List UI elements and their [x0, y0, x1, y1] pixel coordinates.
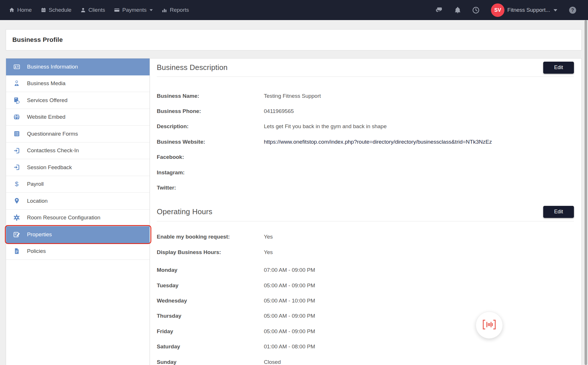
page-title-card: Business Profile: [6, 29, 582, 50]
sidebar-item-room-resource-configuration[interactable]: Room Resource Configuration: [6, 210, 150, 227]
nav-item-schedule[interactable]: Schedule: [41, 7, 71, 13]
dollar-icon: $: [12, 180, 21, 188]
edit-business-description-button[interactable]: Edit: [543, 62, 574, 74]
barcode-scan-icon: [482, 319, 496, 331]
sidebar-item-label: Properties: [27, 231, 52, 238]
day-hours: 01:00 AM - 08:00 PM: [264, 343, 315, 350]
sidebar-item-label: Room Resource Configuration: [27, 214, 100, 221]
nav-item-label: Payments: [122, 7, 146, 13]
day-row: Thursday05:00 AM - 09:00 PM: [157, 309, 574, 324]
day-label: Friday: [157, 328, 264, 335]
sidebar-item-business-information[interactable]: Business Information: [6, 58, 150, 75]
list-form-icon: [12, 130, 21, 137]
field-row: Business Website:https://www.onefitstop.…: [157, 134, 574, 149]
profile-sidebar: Business Information Business Media Serv…: [6, 58, 150, 365]
svg-text:?: ?: [571, 8, 574, 13]
sign-in-icon: [12, 147, 21, 154]
bar-chart-icon: [162, 7, 167, 13]
barcode-scan-fab[interactable]: [476, 312, 503, 339]
day-hours: 05:00 AM - 10:00 PM: [264, 298, 315, 304]
field-row: Twitter:: [157, 180, 574, 195]
day-hours: 05:00 AM - 09:00 PM: [264, 313, 315, 319]
sidebar-item-label: Session Feedback: [27, 164, 72, 171]
sidebar-item-label: Services Offered: [27, 97, 67, 104]
nav-item-label: Schedule: [49, 7, 71, 13]
field-label: Description:: [157, 123, 264, 130]
sidebar-item-business-media[interactable]: Business Media: [6, 75, 150, 92]
business-description-header: Business Description Edit: [157, 58, 574, 77]
sidebar-item-location[interactable]: Location: [6, 193, 150, 210]
nav-item-home[interactable]: Home: [9, 7, 32, 13]
day-label: Wednesday: [157, 298, 264, 304]
sidebar-item-services-offered[interactable]: Services Offered: [6, 92, 150, 109]
top-navbar: Home Schedule Clients Payments Reports S…: [0, 0, 588, 20]
day-label: Monday: [157, 267, 264, 273]
navbar-right: SV Fitness Support... ?: [436, 3, 577, 17]
day-label: Thursday: [157, 313, 264, 319]
field-value: 0411969565: [264, 108, 294, 114]
sign-in-icon: [12, 164, 21, 171]
day-hours: 05:00 AM - 09:00 PM: [264, 282, 315, 289]
bell-icon[interactable]: [454, 7, 461, 13]
map-pin-icon: [12, 197, 21, 204]
caret-down-icon: [150, 9, 153, 11]
clock-icon[interactable]: [472, 7, 479, 14]
field-label: Instagram:: [157, 169, 264, 176]
sidebar-item-label: Questionnaire Forms: [27, 131, 78, 137]
sidebar-item-session-feedback[interactable]: Session Feedback: [6, 159, 150, 176]
day-row: Tuesday05:00 AM - 09:00 PM: [157, 278, 574, 293]
day-hours: Closed: [264, 359, 281, 365]
business-description-fields: Business Name:Testing Fitness Support Bu…: [157, 88, 574, 196]
calendar-icon: [41, 7, 46, 13]
section-title: Operating Hours: [157, 207, 212, 216]
business-website-link[interactable]: https://www.onefitstop.com/index.php?rou…: [264, 139, 492, 145]
chat-icon[interactable]: [436, 7, 443, 13]
scrollbar-thumb[interactable]: [585, 20, 587, 365]
day-hours: 07:00 AM - 09:00 PM: [264, 267, 315, 273]
sidebar-item-contactless-check-in[interactable]: Contactless Check-In: [6, 143, 150, 159]
day-label: Saturday: [157, 343, 264, 350]
nav-item-payments[interactable]: Payments: [114, 7, 153, 13]
day-hours: 05:00 AM - 09:00 PM: [264, 328, 315, 335]
section-title: Business Description: [157, 63, 228, 72]
sidebar-item-properties[interactable]: Properties: [6, 226, 150, 243]
nav-item-reports[interactable]: Reports: [162, 7, 189, 13]
field-label: Business Name:: [157, 93, 264, 99]
help-icon[interactable]: ?: [569, 6, 577, 14]
avatar: SV: [491, 3, 504, 17]
field-label: Facebook:: [157, 154, 264, 160]
day-row: Monday07:00 AM - 09:00 PM: [157, 263, 574, 278]
scrollbar-track[interactable]: [584, 20, 588, 365]
nav-item-label: Home: [17, 7, 32, 13]
caret-down-icon: [554, 7, 557, 13]
sidebar-item-label: Policies: [27, 248, 46, 254]
sidebar-item-website-embed[interactable]: Website Embed: [6, 109, 150, 126]
day-row: Wednesday05:00 AM - 10:00 PM: [157, 293, 574, 308]
sidebar-item-payroll[interactable]: $ Payroll: [6, 176, 150, 193]
nav-item-clients[interactable]: Clients: [80, 7, 105, 13]
field-row: Business Name:Testing Fitness Support: [157, 88, 574, 104]
user-name: Fitness Support...: [507, 7, 550, 13]
nav-item-label: Clients: [88, 7, 105, 13]
operating-hours-header: Operating Hours Edit: [157, 203, 574, 221]
user-menu[interactable]: SV Fitness Support...: [491, 3, 557, 17]
sidebar-item-questionnaire-forms[interactable]: Questionnaire Forms: [6, 126, 150, 143]
edit-note-icon: [12, 231, 21, 238]
day-label: Sunday: [157, 359, 264, 365]
setting-label: Enable my booking request:: [157, 234, 264, 240]
setting-row: Display Business Hours:Yes: [157, 245, 574, 260]
user-tie-icon: [12, 80, 21, 87]
field-value: Lets get Fit you back in the gym and bac…: [264, 123, 387, 130]
gear-icon: [12, 214, 21, 221]
field-value: Testing Fitness Support: [264, 93, 321, 99]
field-label: Twitter:: [157, 185, 264, 191]
person-icon: [80, 7, 86, 13]
field-label: Business Website:: [157, 139, 264, 145]
edit-operating-hours-button[interactable]: Edit: [543, 206, 574, 218]
sidebar-item-label: Payroll: [27, 181, 44, 187]
sidebar-item-policies[interactable]: Policies: [6, 243, 150, 260]
setting-value: Yes: [264, 234, 273, 240]
field-row: Description:Lets get Fit you back in the…: [157, 119, 574, 134]
operating-hours-days: Monday07:00 AM - 09:00 PM Tuesday05:00 A…: [157, 263, 574, 365]
main-content: Business Description Edit Business Name:…: [150, 58, 581, 365]
